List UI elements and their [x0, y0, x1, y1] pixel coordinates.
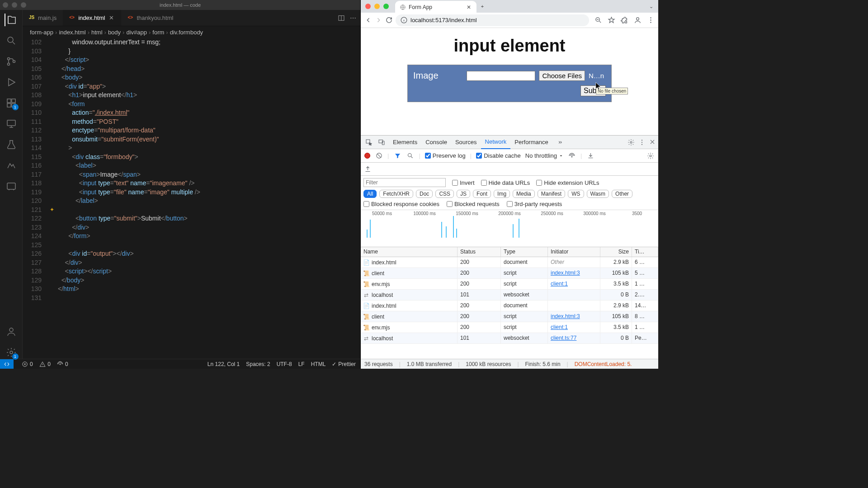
bookmark-icon[interactable] [608, 16, 615, 24]
device-toolbar-icon[interactable] [376, 139, 387, 146]
export-har-icon[interactable] [363, 166, 372, 173]
cursor-position[interactable]: Ln 122, Col 1 [208, 361, 240, 367]
third-party-checkbox[interactable]: 3rd-party requests [507, 201, 562, 207]
minimize-dot[interactable] [374, 4, 380, 9]
breadcrumb-segment[interactable]: body [108, 29, 121, 36]
remote-indicator[interactable] [0, 359, 14, 369]
chrome-menu-icon[interactable] [647, 16, 655, 24]
split-editor-icon[interactable] [338, 14, 345, 22]
devtools-menu-icon[interactable] [638, 139, 646, 146]
code-editor[interactable]: 1021031041051061071081091101111121131141… [23, 38, 360, 359]
imagename-input[interactable] [467, 71, 535, 81]
settings-gear-icon[interactable]: 1 [5, 346, 18, 359]
forward-button[interactable] [375, 16, 382, 24]
col-name[interactable]: Name [361, 247, 458, 257]
filter-chip-doc[interactable]: Doc [416, 190, 433, 198]
language-mode[interactable]: HTML [311, 361, 326, 367]
col-initiator[interactable]: Initiator [548, 247, 600, 257]
devtools-tab-performance[interactable]: Performance [510, 136, 552, 149]
hide-extension-urls-checkbox[interactable]: Hide extension URLs [536, 179, 599, 186]
more-actions-icon[interactable] [349, 14, 357, 22]
network-request-row[interactable]: 📄index.html200documentOther2.9 kB6 … [361, 257, 658, 268]
blocked-requests-checkbox[interactable]: Blocked requests [447, 201, 500, 207]
browser-tab[interactable]: Form App ✕ [395, 1, 476, 14]
clear-button[interactable] [375, 152, 383, 159]
devtools-settings-icon[interactable] [627, 139, 635, 146]
ports-icon[interactable] [5, 180, 18, 192]
new-tab-button[interactable]: + [476, 4, 488, 9]
table-header[interactable]: Name Status Type Initiator Size Ti… [361, 247, 658, 257]
network-request-row[interactable]: 📜client200scriptindex.html:3105 kB5 … [361, 268, 658, 279]
filter-chip-media[interactable]: Media [513, 190, 535, 198]
breadcrumb-segment[interactable]: form-app [30, 29, 53, 36]
zoom-dot[interactable] [383, 4, 389, 9]
zoom-dot[interactable] [21, 2, 26, 8]
filter-input[interactable] [363, 178, 446, 187]
minimize-dot[interactable] [12, 2, 17, 8]
breadcrumb-segment[interactable]: div#app [126, 29, 147, 36]
editor-tab[interactable]: <>thankyou.html [121, 10, 179, 26]
editor-tab[interactable]: <>index.html✕ [63, 10, 121, 26]
throttling-select[interactable]: No throttling [525, 152, 563, 159]
filter-chip-ws[interactable]: WS [568, 190, 584, 198]
devtools-tab-network[interactable]: Network [481, 136, 511, 149]
search-icon[interactable] [406, 152, 414, 159]
disable-cache-checkbox[interactable]: Disable cache [476, 152, 521, 159]
blocked-cookies-checkbox[interactable]: Blocked response cookies [363, 201, 439, 207]
back-button[interactable] [364, 16, 372, 24]
filter-chip-all[interactable]: All [363, 190, 377, 198]
close-tab-icon[interactable]: ✕ [466, 4, 472, 10]
close-tab-icon[interactable]: ✕ [108, 14, 115, 22]
network-request-row[interactable]: ⇄localhost101websocketclient.ts:770 BPe… [361, 333, 658, 344]
network-timeline[interactable]: 50000 ms100000 ms150000 ms200000 ms25000… [361, 210, 658, 247]
network-request-row[interactable]: ⇄localhost101websocket0 B2.… [361, 290, 658, 300]
network-settings-icon[interactable] [646, 152, 655, 160]
filter-chip-font[interactable]: Font [473, 190, 491, 198]
address-bar[interactable]: localhost:5173/index.html [396, 14, 589, 26]
ports-indicator[interactable]: 0 [57, 361, 68, 367]
close-dot[interactable] [365, 4, 371, 9]
devtools-tab-console[interactable]: Console [421, 136, 451, 149]
network-request-row[interactable]: 📜env.mjs200scriptclient:13.5 kB1 … [361, 322, 658, 333]
devtools-tab-sources[interactable]: Sources [451, 136, 481, 149]
expand-tabs-icon[interactable]: ⌄ [646, 4, 656, 9]
breadcrumb-segment[interactable]: form [152, 29, 164, 36]
invert-checkbox[interactable]: Invert [452, 179, 475, 186]
timeline-icon[interactable] [5, 159, 18, 172]
eol[interactable]: LF [298, 361, 305, 367]
prettier-status[interactable]: ✓ Prettier [332, 361, 356, 367]
reload-button[interactable] [385, 16, 393, 24]
col-time[interactable]: Ti… [632, 247, 658, 257]
problems-indicator[interactable]: 0 0 [22, 361, 51, 367]
filter-chip-fetchxhr[interactable]: Fetch/XHR [379, 190, 413, 198]
indentation[interactable]: Spaces: 2 [246, 361, 270, 367]
encoding[interactable]: UTF-8 [277, 361, 292, 367]
choose-files-button[interactable]: Choose Files [539, 70, 585, 81]
extensions-puzzle-icon[interactable] [621, 16, 628, 24]
filter-chip-wasm[interactable]: Wasm [587, 190, 609, 198]
inspect-element-icon[interactable] [363, 139, 374, 146]
accounts-icon[interactable] [5, 325, 18, 338]
breadcrumb-segment[interactable]: html [91, 29, 103, 36]
extensions-icon[interactable]: 1 [5, 97, 18, 109]
source-control-icon[interactable] [5, 55, 18, 68]
explorer-icon[interactable] [5, 14, 17, 26]
filter-toggle-icon[interactable] [393, 152, 401, 159]
zoom-icon[interactable] [594, 16, 602, 24]
search-icon[interactable] [5, 34, 18, 47]
run-debug-icon[interactable] [5, 76, 18, 89]
filter-chip-js[interactable]: JS [457, 190, 470, 198]
filter-chip-manifest[interactable]: Manifest [538, 190, 565, 198]
record-button[interactable] [364, 153, 370, 159]
preserve-log-checkbox[interactable]: Preserve log [425, 152, 466, 159]
network-request-row[interactable]: 📜env.mjs200scriptclient:13.5 kB1 … [361, 279, 658, 290]
more-tabs-icon[interactable] [554, 139, 565, 145]
col-status[interactable]: Status [458, 247, 501, 257]
col-size[interactable]: Size [600, 247, 632, 257]
testing-icon[interactable] [5, 138, 18, 151]
site-info-icon[interactable] [400, 16, 408, 24]
network-request-row[interactable]: 📄index.html200document2.9 kB14… [361, 300, 658, 311]
filter-chip-css[interactable]: CSS [435, 190, 454, 198]
filter-chip-other[interactable]: Other [612, 190, 632, 198]
breadcrumb[interactable]: form-app › index.html › html › body › di… [23, 26, 360, 38]
